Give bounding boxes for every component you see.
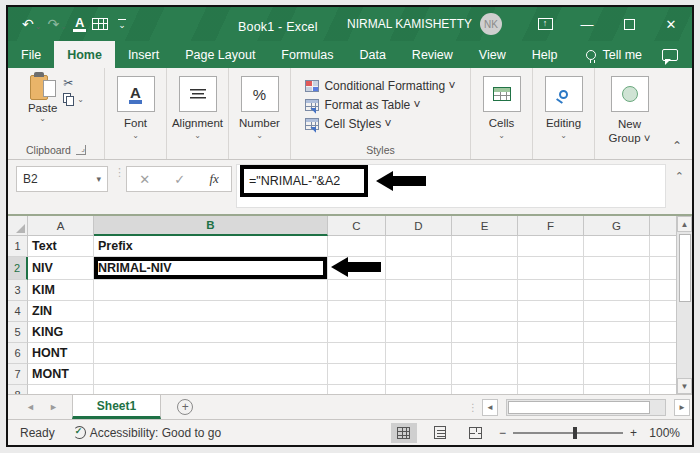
editing-group-collapsed[interactable]: Editing ⌄ — [532, 68, 594, 159]
cell-D7[interactable] — [386, 364, 452, 385]
column-header-A[interactable]: A — [28, 216, 94, 236]
cell-G8[interactable] — [584, 385, 650, 394]
alignment-group-collapsed[interactable]: Alignment ⌄ — [166, 68, 228, 159]
number-group-collapsed[interactable]: % Number ⌄ — [228, 68, 290, 159]
new-sheet-button[interactable]: + — [177, 395, 193, 419]
row-header-5[interactable]: 5 — [8, 322, 28, 343]
row-header-1[interactable]: 1 — [8, 236, 28, 257]
cell-E6[interactable] — [452, 343, 518, 364]
cell-C5[interactable] — [328, 322, 386, 343]
tab-review[interactable]: Review — [399, 41, 466, 68]
format-as-table-button[interactable]: Format as Table ˅ — [305, 98, 420, 112]
cell-F7[interactable] — [518, 364, 584, 385]
vertical-scroll-thumb[interactable] — [679, 234, 691, 302]
scroll-up-icon[interactable]: ▲ — [677, 216, 692, 232]
zoom-slider-thumb[interactable] — [573, 427, 577, 439]
comments-icon[interactable] — [662, 49, 678, 61]
close-button[interactable]: ✕ — [650, 9, 692, 39]
cell-A5[interactable]: KING — [28, 322, 94, 343]
normal-view-button[interactable] — [391, 423, 417, 443]
name-box[interactable]: B2▾ — [16, 166, 108, 192]
column-header-C[interactable]: C — [328, 216, 386, 236]
cell-D4[interactable] — [386, 301, 452, 322]
tab-page-layout[interactable]: Page Layout — [172, 41, 268, 68]
cell-C8[interactable] — [328, 385, 386, 394]
column-header-E[interactable]: E — [452, 216, 518, 236]
cell-G7[interactable] — [584, 364, 650, 385]
cell-D2[interactable] — [386, 257, 452, 280]
zoom-slider[interactable] — [513, 432, 623, 434]
cut-button[interactable]: ✂ — [63, 76, 84, 90]
cell-F3[interactable] — [518, 280, 584, 301]
row-header-2[interactable]: 2 — [8, 257, 28, 280]
cell-B8[interactable] — [94, 385, 328, 394]
cell-D5[interactable] — [386, 322, 452, 343]
copy-button[interactable]: ⌄ — [63, 93, 84, 106]
tab-data[interactable]: Data — [346, 41, 398, 68]
enter-button[interactable]: ✓ — [174, 172, 185, 187]
new-group-collapsed[interactable]: New Group ˅ — [594, 68, 664, 159]
cell-G5[interactable] — [584, 322, 650, 343]
cell-A4[interactable]: ZIN — [28, 301, 94, 322]
ribbon-display-options-button[interactable]: ↑ — [524, 9, 566, 39]
column-header-F[interactable]: F — [518, 216, 584, 236]
tab-insert[interactable]: Insert — [115, 41, 172, 68]
cell-C6[interactable] — [328, 343, 386, 364]
cell-A6[interactable]: HONT — [28, 343, 94, 364]
expand-formula-bar-button[interactable]: ⌃ — [675, 170, 684, 183]
borders-button[interactable] — [90, 17, 110, 31]
tab-file[interactable]: File — [8, 41, 54, 68]
select-all-button[interactable] — [8, 216, 28, 236]
cell-B7[interactable] — [94, 364, 328, 385]
zoom-in-button[interactable]: + — [630, 426, 637, 440]
cell-E5[interactable] — [452, 322, 518, 343]
tell-me-box[interactable]: Tell me — [576, 41, 652, 68]
customize-qat-button[interactable]: ⌄ — [112, 18, 128, 30]
tab-help[interactable]: Help — [519, 41, 571, 68]
cell-D8[interactable] — [386, 385, 452, 394]
font-group-collapsed[interactable]: A Font ⌄ — [104, 68, 166, 159]
avatar[interactable]: NK — [480, 13, 502, 35]
cell-F4[interactable] — [518, 301, 584, 322]
minimize-button[interactable]: — — [566, 9, 608, 39]
cell-D6[interactable] — [386, 343, 452, 364]
page-layout-view-button[interactable] — [427, 423, 453, 443]
formula-highlight-box[interactable]: ="NRIMAL-"&A2 — [240, 165, 368, 197]
maximize-button[interactable] — [608, 9, 650, 39]
row-header-6[interactable]: 6 — [8, 343, 28, 364]
cells-group-collapsed[interactable]: Cells ⌄ — [470, 68, 532, 159]
horizontal-scroll-thumb[interactable] — [508, 401, 650, 414]
vertical-scrollbar[interactable]: ▲ ▼ — [676, 216, 692, 394]
redo-button[interactable]: ↷⌄ — [45, 15, 68, 33]
cell-E7[interactable] — [452, 364, 518, 385]
column-header-G[interactable]: G — [584, 216, 650, 236]
conditional-formatting-button[interactable]: Conditional Formatting ˅ — [305, 79, 455, 93]
cell-A8[interactable] — [28, 385, 94, 394]
cell-F1[interactable] — [518, 236, 584, 257]
scroll-down-icon[interactable]: ▼ — [677, 378, 692, 394]
sheet-nav-right-icon[interactable]: ► — [49, 402, 58, 412]
page-break-view-button[interactable] — [463, 423, 489, 443]
cancel-button[interactable]: ✕ — [139, 172, 150, 187]
cell-A2[interactable]: NIV — [28, 257, 94, 280]
accessibility-status[interactable]: Accessibility: Good to go — [73, 426, 221, 440]
cell-E4[interactable] — [452, 301, 518, 322]
cell-E2[interactable] — [452, 257, 518, 280]
cell-B2[interactable]: NRIMAL-NIV — [94, 257, 328, 280]
cell-F2[interactable] — [518, 257, 584, 280]
cell-D3[interactable] — [386, 280, 452, 301]
cell-A3[interactable]: KIM — [28, 280, 94, 301]
cell-C3[interactable] — [328, 280, 386, 301]
row-header-7[interactable]: 7 — [8, 364, 28, 385]
cell-G6[interactable] — [584, 343, 650, 364]
underline-button[interactable]: A — [71, 15, 88, 33]
cell-G2[interactable] — [584, 257, 650, 280]
horizontal-scrollbar[interactable] — [506, 399, 666, 416]
row-header-8[interactable]: 8 — [8, 385, 28, 394]
column-header-D[interactable]: D — [386, 216, 452, 236]
cell-B4[interactable] — [94, 301, 328, 322]
zoom-out-button[interactable]: − — [499, 426, 506, 440]
scroll-right-icon[interactable]: ► — [674, 399, 690, 416]
row-header-3[interactable]: 3 — [8, 280, 28, 301]
cell-F8[interactable] — [518, 385, 584, 394]
